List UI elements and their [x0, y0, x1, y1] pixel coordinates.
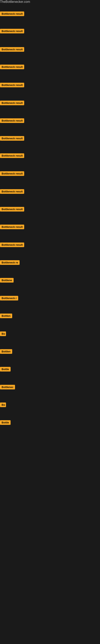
- bottleneck-result-badge[interactable]: Bottlenec: [0, 385, 15, 390]
- bottleneck-result-badge[interactable]: Bottlen: [0, 314, 12, 318]
- bottleneck-result-badge[interactable]: Bottleneck result: [0, 207, 24, 212]
- bottleneck-badge-row: Bottle: [0, 367, 11, 372]
- bottleneck-result-badge[interactable]: Bottleneck result: [0, 153, 24, 158]
- bottleneck-result-badge[interactable]: Bottleneck result: [0, 224, 24, 229]
- bottleneck-result-badge[interactable]: Bottleneck result: [0, 136, 24, 141]
- bottleneck-result-badge[interactable]: Bottleneck result: [0, 83, 24, 87]
- bottleneck-badge-row: Bottleneck result: [0, 136, 24, 142]
- bottleneck-result-badge[interactable]: Bottleneck result: [0, 100, 24, 105]
- bottleneck-result-badge[interactable]: Bottleneck re: [0, 260, 20, 265]
- bottleneck-badge-row: Bo: [0, 402, 6, 408]
- bottleneck-result-badge[interactable]: Bottleneck result: [0, 189, 24, 194]
- bottleneck-badge-row: Bottlen: [0, 314, 12, 319]
- bottleneck-result-badge[interactable]: Bottleneck result: [0, 242, 24, 247]
- bottleneck-badge-row: Bottlenec: [0, 385, 15, 390]
- bottleneck-badge-row: Bottleneck result: [0, 83, 24, 88]
- bottleneck-result-badge[interactable]: Bottleneck r: [0, 296, 18, 300]
- bottleneck-badge-row: Bottleneck result: [0, 224, 24, 230]
- bottleneck-result-badge[interactable]: Bottleneck result: [0, 171, 24, 176]
- bottleneck-result-badge[interactable]: Bottle: [0, 367, 11, 372]
- bottleneck-result-badge[interactable]: Bottleneck result: [0, 12, 24, 16]
- bottleneck-badge-row: Bottleneck result: [0, 64, 24, 70]
- bottleneck-result-badge[interactable]: Bottleneck result: [0, 29, 24, 34]
- bottleneck-result-badge[interactable]: Bo: [0, 402, 6, 407]
- bottleneck-badge-row: Bottleneck result: [0, 12, 24, 17]
- bottleneck-badge-row: Bottleneck r: [0, 296, 18, 301]
- bottleneck-badge-row: Bottleneck result: [0, 207, 24, 212]
- bottleneck-badge-row: Bottleneck result: [0, 118, 24, 124]
- bottleneck-badge-row: Bottlene: [0, 278, 14, 283]
- bottleneck-result-badge[interactable]: Bottle: [0, 420, 11, 425]
- bottleneck-badge-row: Bottleneck result: [0, 189, 24, 194]
- bottleneck-badge-row: Bo: [0, 332, 6, 337]
- bottleneck-result-badge[interactable]: Bottleneck result: [0, 47, 24, 52]
- bottleneck-badge-row: Bottleneck result: [0, 29, 24, 34]
- bottleneck-badge-row: Bottleneck re: [0, 260, 20, 266]
- bottleneck-badge-row: Bottle: [0, 420, 11, 426]
- bottleneck-result-badge[interactable]: Bottleneck result: [0, 64, 24, 69]
- bottleneck-result-badge[interactable]: Bottleneck result: [0, 118, 24, 123]
- bottleneck-badge-row: Bottleneck result: [0, 242, 24, 248]
- bottleneck-badge-row: Bottleneck result: [0, 47, 24, 52]
- site-title: TheBottlenecker.com: [0, 0, 30, 4]
- bottleneck-result-badge[interactable]: Bo: [0, 332, 6, 336]
- bottleneck-result-badge[interactable]: Bottlene: [0, 278, 14, 282]
- bottleneck-badge-row: Bottleneck result: [0, 171, 24, 177]
- bottleneck-result-badge[interactable]: Bottlen: [0, 349, 12, 354]
- bottleneck-badge-row: Bottleneck result: [0, 153, 24, 159]
- bottleneck-badge-row: Bottleneck result: [0, 100, 24, 106]
- bottleneck-badge-row: Bottlen: [0, 349, 12, 354]
